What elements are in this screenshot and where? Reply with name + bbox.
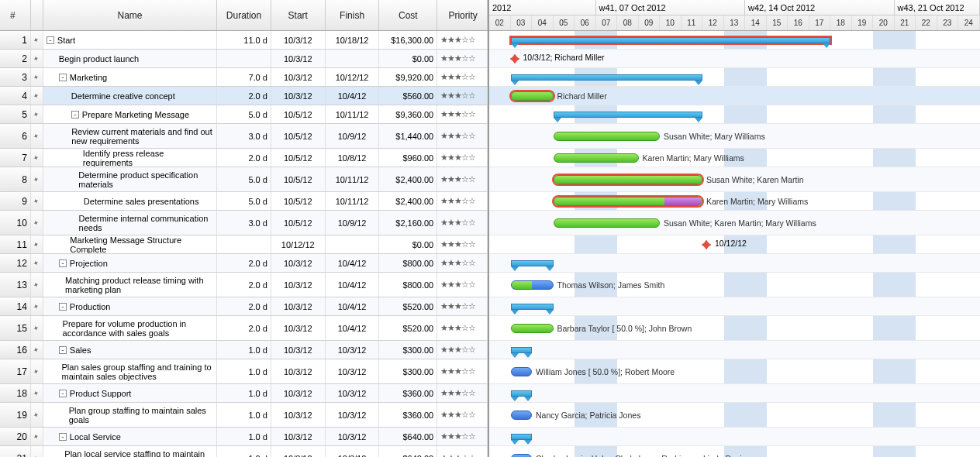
table-row[interactable]: 11✦Marketing Message Structure Complete1…	[0, 235, 488, 254]
cost-cell[interactable]: $1,440.00	[379, 124, 437, 148]
table-row[interactable]: 18✦-Product Support1.0 d10/3/1210/3/12$3…	[0, 384, 488, 403]
cost-cell[interactable]: $960.00	[379, 149, 437, 167]
gantt-body[interactable]: 10/3/12; Richard MillerRichard MillerSus…	[489, 31, 980, 457]
gantt-row[interactable]	[489, 105, 980, 124]
cost-cell[interactable]: $800.00	[379, 254, 437, 272]
gantt-bar[interactable]: Thomas Wilson; James Smith	[511, 280, 554, 290]
cost-cell[interactable]: $16,300.00	[379, 31, 437, 49]
row-number[interactable]: 4	[0, 87, 31, 105]
finish-cell[interactable]: 10/12/12	[326, 68, 380, 86]
duration-cell[interactable]: 2.0 d	[217, 87, 271, 105]
col-header-priority[interactable]: Priority	[437, 0, 488, 30]
finish-cell[interactable]: 10/3/12	[326, 403, 380, 427]
cost-cell[interactable]: $9,920.00	[379, 68, 437, 86]
col-header-name[interactable]: Name	[43, 0, 217, 30]
cost-cell[interactable]: $520.00	[379, 297, 437, 315]
priority-cell[interactable]: ★★★☆☆	[437, 149, 488, 167]
duration-cell[interactable]: 1.0 d	[217, 359, 271, 383]
task-name-cell[interactable]: -Product Support	[43, 384, 217, 402]
priority-cell[interactable]: ★★★☆☆	[437, 105, 488, 123]
row-number[interactable]: 17	[0, 359, 31, 383]
duration-cell[interactable]: 2.0 d	[217, 149, 271, 167]
priority-cell[interactable]: ★★★☆☆	[437, 384, 488, 402]
finish-cell[interactable]: 10/18/12	[326, 31, 380, 49]
start-cell[interactable]: 10/3/12	[271, 446, 326, 457]
priority-cell[interactable]: ★★★☆☆	[437, 446, 488, 457]
cost-cell[interactable]: $360.00	[379, 384, 437, 402]
duration-cell[interactable]: 1.0 d	[217, 384, 271, 402]
gantt-row[interactable]: 10/3/12; Richard Miller	[489, 50, 980, 68]
finish-cell[interactable]: 10/3/12	[326, 341, 380, 359]
start-cell[interactable]: 10/3/12	[271, 359, 326, 383]
table-row[interactable]: 12✦-Projection2.0 d10/3/1210/4/12$800.00…	[0, 254, 488, 273]
start-cell[interactable]: 10/3/12	[271, 428, 326, 445]
task-name-cell[interactable]: -Start	[43, 31, 217, 49]
cost-cell[interactable]: $0.00	[379, 50, 437, 67]
task-name-cell[interactable]: Matching product release timing with mar…	[43, 273, 217, 297]
priority-cell[interactable]: ★★★☆☆	[437, 273, 488, 297]
gantt-row[interactable]	[489, 254, 980, 273]
duration-cell[interactable]: 5.0 d	[217, 105, 271, 123]
start-cell[interactable]: 10/3/12	[271, 316, 326, 340]
gantt-bar[interactable]: Karen Martin; Mary Williams	[554, 197, 703, 206]
gantt-row[interactable]: Charles Lewis; Helen Clark; Laura Rodrig…	[489, 446, 980, 457]
task-name-cell[interactable]: Plan group staffing to maintain sales go…	[43, 403, 217, 427]
table-row[interactable]: 15✦Prepare for volume production in acco…	[0, 316, 488, 341]
gantt-row[interactable]	[489, 31, 980, 50]
start-cell[interactable]: 10/3/12	[271, 87, 326, 105]
duration-cell[interactable]: 1.0 d	[217, 341, 271, 359]
cost-cell[interactable]: $640.00	[379, 428, 437, 445]
gantt-bar[interactable]: Barbara Taylor [ 50.0 %]; John Brown	[511, 324, 554, 333]
priority-cell[interactable]: ★★★☆☆	[437, 124, 488, 148]
task-name-cell[interactable]: -Local Service	[43, 428, 217, 445]
task-name-cell[interactable]: Determine creative concept	[43, 87, 217, 105]
cost-cell[interactable]: $2,400.00	[379, 167, 437, 191]
gantt-row[interactable]	[489, 428, 980, 446]
gantt-bar[interactable]	[511, 260, 554, 266]
finish-cell[interactable]: 10/4/12	[326, 273, 380, 297]
start-cell[interactable]: 10/3/12	[271, 68, 326, 86]
gantt-bar[interactable]: William Jones [ 50.0 %]; Robert Moore	[511, 367, 533, 376]
priority-cell[interactable]: ★★★☆☆	[437, 31, 488, 49]
finish-cell[interactable]: 10/4/12	[326, 254, 380, 272]
duration-cell[interactable]: 3.0 d	[217, 124, 271, 148]
gantt-bar[interactable]	[511, 37, 831, 43]
duration-cell[interactable]: 5.0 d	[217, 192, 271, 210]
task-name-cell[interactable]: -Sales	[43, 341, 217, 359]
duration-cell[interactable]: 1.0 d	[217, 446, 271, 457]
priority-cell[interactable]: ★★★☆☆	[437, 50, 488, 67]
priority-cell[interactable]: ★★★☆☆	[437, 192, 488, 210]
finish-cell[interactable]: 10/9/12	[326, 124, 380, 148]
table-row[interactable]: 3✦-Marketing7.0 d10/3/1210/12/12$9,920.0…	[0, 68, 488, 87]
table-row[interactable]: 13✦Matching product release timing with …	[0, 273, 488, 297]
duration-cell[interactable]: 1.0 d	[217, 403, 271, 427]
priority-cell[interactable]: ★★★☆☆	[437, 87, 488, 105]
start-cell[interactable]: 10/5/12	[271, 149, 326, 167]
table-row[interactable]: 6✦Review current materials and find out …	[0, 124, 488, 149]
cost-cell[interactable]: $520.00	[379, 316, 437, 340]
priority-cell[interactable]: ★★★☆☆	[437, 297, 488, 315]
collapse-toggle-icon[interactable]: -	[59, 74, 67, 81]
gantt-bar[interactable]: Karen Martin; Mary Williams	[554, 153, 639, 163]
finish-cell[interactable]: 10/11/12	[326, 192, 380, 210]
finish-cell[interactable]	[326, 235, 380, 253]
row-number[interactable]: 12	[0, 254, 31, 272]
row-number[interactable]: 3	[0, 68, 31, 86]
collapse-toggle-icon[interactable]: -	[59, 346, 67, 354]
row-number[interactable]: 7	[0, 149, 31, 167]
finish-cell[interactable]: 10/8/12	[326, 149, 380, 167]
gantt-bar[interactable]: Susan White; Mary Williams	[554, 132, 661, 141]
start-cell[interactable]: 10/3/12	[271, 50, 326, 67]
milestone-icon[interactable]	[701, 239, 712, 250]
gantt-bar[interactable]	[511, 347, 533, 353]
task-name-cell[interactable]: Marketing Message Structure Complete	[43, 235, 217, 253]
finish-cell[interactable]: 10/3/12	[326, 428, 380, 445]
gantt-row[interactable]	[489, 384, 980, 403]
cost-cell[interactable]: $640.00	[379, 446, 437, 457]
row-number[interactable]: 6	[0, 124, 31, 148]
collapse-toggle-icon[interactable]: -	[71, 111, 79, 119]
row-number[interactable]: 2	[0, 50, 31, 67]
gantt-row[interactable]: Susan White; Karen Martin; Mary Williams	[489, 211, 980, 235]
finish-cell[interactable]: 10/3/12	[326, 359, 380, 383]
gantt-row[interactable]: Barbara Taylor [ 50.0 %]; John Brown	[489, 316, 980, 341]
